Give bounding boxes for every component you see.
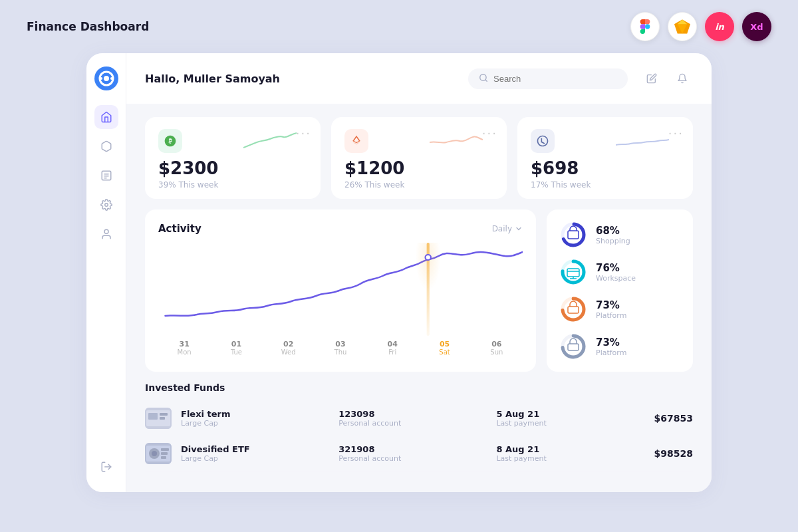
fund-amount-1: $67853 — [654, 413, 693, 424]
svg-rect-24 — [568, 231, 579, 239]
sketch-icon[interactable] — [668, 12, 697, 41]
stat-icon-btc — [158, 129, 182, 153]
content-header: Hallo, Muller Samoyah — [126, 53, 712, 104]
sidebar-item-chart[interactable] — [94, 134, 118, 158]
stat-card-menu-1[interactable]: ··· — [296, 126, 311, 140]
donut-item-platform2: 73% Platform — [559, 332, 681, 361]
dot-grid-topleft: var s = ''; for(var r=0;r<5;r++) for(var… — [27, 60, 73, 122]
fund-type-2: Large Cap — [181, 454, 329, 463]
dot-grid-bottomleft: var s2 = ''; for(var r=0;r<5;r++) for(va… — [27, 443, 73, 505]
donut-panel: 68% Shopping 76% — [547, 209, 693, 372]
invision-icon[interactable]: in — [705, 12, 734, 41]
fund-date-col-1: 5 Aug 21 Last payment — [496, 409, 644, 428]
dashboard-card: Hallo, Muller Samoyah — [86, 53, 712, 492]
donut-name-workspace: Workspace — [596, 274, 636, 283]
svg-rect-46 — [161, 448, 169, 451]
sparkline-3 — [616, 129, 669, 153]
svg-rect-39 — [148, 413, 158, 420]
search-icon — [479, 73, 488, 84]
donut-info-shopping: 68% Shopping — [596, 225, 630, 245]
donut-chart-platform1 — [559, 295, 588, 324]
edit-button[interactable] — [641, 68, 662, 89]
donut-percent-shopping: 68% — [596, 225, 630, 237]
main-content: Hallo, Muller Samoyah — [126, 53, 712, 492]
sidebar-item-file[interactable] — [94, 164, 118, 188]
greeting-text: Hallo, Muller Samoyah — [145, 72, 455, 85]
x-label-thu: 03 Thu — [315, 340, 366, 356]
fund-account-id-2: 321908 — [338, 444, 487, 454]
fund-thumb-2 — [145, 443, 172, 464]
fund-thumb-1 — [145, 408, 172, 429]
svg-point-7 — [100, 77, 102, 80]
stat-amount-2: $1200 — [344, 158, 493, 178]
fund-account-id-1: 123098 — [338, 409, 487, 419]
activity-filter-label: Daily — [492, 224, 512, 233]
fund-name-col-1: Flexi term Large Cap — [181, 409, 329, 428]
svg-point-13 — [104, 203, 108, 207]
fund-type-1: Large Cap — [181, 419, 329, 428]
notification-button[interactable] — [672, 68, 693, 89]
svg-point-14 — [104, 229, 108, 233]
stat-card-menu-2[interactable]: ··· — [482, 126, 497, 140]
svg-point-21 — [426, 255, 430, 259]
svg-rect-41 — [160, 417, 165, 420]
fund-account-label-2: Personal account — [338, 454, 487, 463]
fund-date-label-2: Last payment — [496, 454, 644, 463]
search-bar[interactable] — [468, 68, 628, 89]
dot-decoration-tl: // rendered inline below — [27, 66, 66, 122]
figma-icon[interactable] — [630, 12, 660, 41]
sidebar-logout-button[interactable] — [94, 455, 118, 479]
sidebar-item-settings[interactable] — [94, 193, 118, 217]
search-input[interactable] — [493, 74, 617, 84]
svg-rect-33 — [568, 307, 579, 313]
stat-card-alt: ··· $698 17% This week — [517, 117, 693, 199]
donut-info-platform2: 73% Platform — [596, 336, 626, 357]
stat-label-1: 39% This week — [158, 180, 307, 190]
x-label-mon: 31 Mon — [158, 340, 210, 356]
donut-item-shopping: 68% Shopping — [559, 220, 681, 249]
donut-info-workspace: 76% Workspace — [596, 262, 636, 283]
stat-card-btc: ··· $2300 39% This week — [145, 117, 321, 199]
stat-card-menu-3[interactable]: ··· — [668, 126, 684, 140]
donut-chart-platform2 — [559, 332, 588, 361]
stat-amount-3: $698 — [531, 158, 680, 178]
donut-name-platform2: Platform — [596, 348, 626, 357]
activity-panel: Activity Daily — [145, 209, 536, 372]
page-title: Finance Dashboard — [27, 20, 149, 33]
donut-chart-shopping — [559, 220, 588, 249]
donut-name-platform1: Platform — [596, 311, 626, 320]
tool-icons: in Xd — [630, 12, 771, 41]
fund-date-col-2: 8 Aug 21 Last payment — [496, 444, 644, 463]
donut-info-platform1: 73% Platform — [596, 299, 626, 320]
donut-item-platform1: 73% Platform — [559, 295, 681, 324]
dot-grid-right: var s3 = ''; for(var r=0;r<7;r++) for(va… — [725, 120, 771, 209]
activity-header: Activity Daily — [158, 223, 523, 235]
sidebar — [86, 53, 126, 492]
chart-x-labels: 31 Mon 01 Tue 02 Wed 03 Thu — [158, 336, 523, 356]
stat-card-eth: ··· $1200 26% This week — [331, 117, 507, 199]
x-label-sat: 05 Sat — [418, 340, 470, 356]
header-actions — [641, 68, 693, 89]
fund-name-1: Flexi term — [181, 409, 329, 419]
fund-row-1: Flexi term Large Cap 123098 Personal acc… — [145, 401, 693, 436]
activity-line-chart — [158, 243, 523, 336]
stat-amount-1: $2300 — [158, 158, 307, 178]
fund-date-1: 5 Aug 21 — [496, 409, 644, 419]
stats-row: ··· $2300 39% This week ··· — [126, 104, 712, 199]
sidebar-logo — [94, 66, 118, 93]
sidebar-item-home[interactable] — [94, 105, 118, 129]
fund-name-2: Divesified ETF — [181, 444, 329, 454]
svg-rect-36 — [568, 344, 579, 350]
fund-date-2: 8 Aug 21 — [496, 444, 644, 454]
stat-icon-alt — [531, 129, 555, 153]
activity-title: Activity — [158, 223, 201, 235]
x-label-tue: 01 Tue — [210, 340, 262, 356]
sparkline-1 — [243, 129, 297, 153]
x-label-fri: 04 Fri — [366, 340, 418, 356]
activity-filter-dropdown[interactable]: Daily — [492, 224, 523, 233]
donut-percent-platform2: 73% — [596, 336, 626, 348]
fund-account-col-2: 321908 Personal account — [338, 444, 487, 463]
sidebar-item-user[interactable] — [94, 222, 118, 246]
xd-icon[interactable]: Xd — [742, 12, 771, 41]
stat-label-3: 17% This week — [531, 180, 680, 190]
